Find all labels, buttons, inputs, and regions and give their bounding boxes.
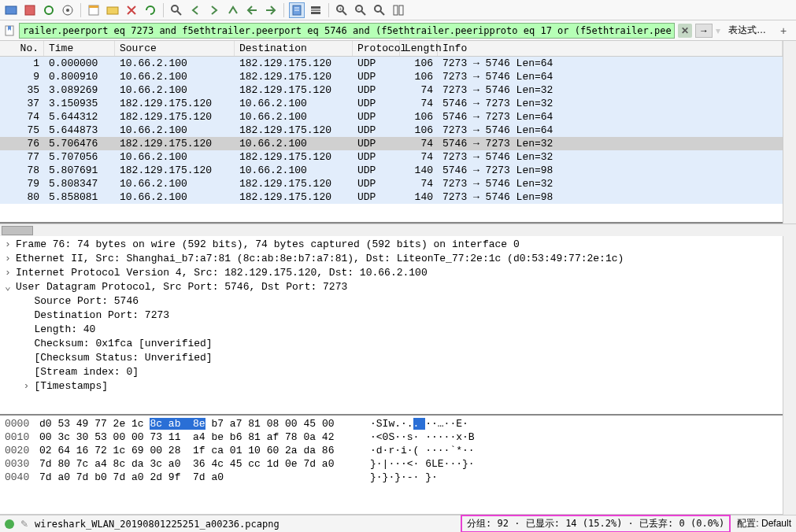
- tree-item[interactable]: ›Frame 76: 74 bytes on wire (592 bits), …: [0, 238, 783, 252]
- packet-list-pane[interactable]: No. Time Source Destination Protocol Len…: [0, 41, 783, 224]
- hex-row[interactable]: 00307d 80 7c a4 8c da 3c a0 36 4c 45 cc …: [0, 457, 783, 471]
- svg-point-2: [45, 6, 53, 14]
- tb-zoomin-icon[interactable]: +: [334, 2, 350, 18]
- packet-stats: 分组: 92 · 已显示: 14 (15.2%) · 已丢弃: 0 (0.0%): [461, 515, 731, 532]
- table-row[interactable]: 795.80834710.66.2.100182.129.175.120UDP7…: [0, 177, 783, 190]
- tb-open-icon[interactable]: [3, 2, 19, 18]
- tb-next-icon[interactable]: [206, 2, 222, 18]
- tb-stop-icon[interactable]: [22, 2, 38, 18]
- tb-zoomout-icon[interactable]: -: [353, 2, 368, 18]
- col-time[interactable]: Time: [44, 41, 115, 56]
- packet-bytes-pane[interactable]: 0000d0 53 49 77 2e 1c 8c ab 8e b7 a7 81 …: [0, 416, 783, 515]
- tree-item[interactable]: Length: 40: [0, 323, 783, 337]
- svg-rect-25: [399, 6, 403, 15]
- tb-zoom100-icon[interactable]: [372, 2, 387, 18]
- details-scrollbar[interactable]: [783, 236, 796, 416]
- tb-find-icon[interactable]: [168, 2, 184, 18]
- tree-item[interactable]: ›[Timestamps]: [0, 379, 783, 393]
- tree-item[interactable]: [Checksum Status: Unverified]: [0, 351, 783, 365]
- svg-line-17: [342, 11, 346, 15]
- svg-rect-7: [107, 7, 118, 14]
- packet-list-scrollbar[interactable]: [783, 41, 796, 224]
- col-proto[interactable]: Protocol: [353, 41, 400, 56]
- tb-reload-icon[interactable]: [143, 2, 158, 18]
- col-src[interactable]: Source: [115, 41, 235, 56]
- expression-button[interactable]: 表达式…: [724, 22, 771, 39]
- table-row[interactable]: 785.807691182.129.175.12010.66.2.100UDP1…: [0, 164, 783, 177]
- svg-line-20: [361, 11, 365, 15]
- col-info[interactable]: Info: [438, 41, 783, 56]
- tb-folder-icon[interactable]: [105, 2, 120, 18]
- filter-apply-icon[interactable]: →: [695, 24, 713, 38]
- table-row[interactable]: 765.706476182.129.175.12010.66.2.100UDP7…: [0, 137, 783, 150]
- tb-goto-icon[interactable]: [225, 2, 241, 18]
- svg-point-8: [172, 6, 178, 12]
- col-no[interactable]: No.: [0, 41, 44, 56]
- bookmark-icon[interactable]: [3, 24, 16, 37]
- tb-prev-icon[interactable]: [187, 2, 203, 18]
- packet-list-header: No. Time Source Destination Protocol Len…: [0, 41, 783, 57]
- filter-bar: ✕ → ▾ 表达式… +: [0, 20, 796, 41]
- main-toolbar: + -: [0, 0, 796, 20]
- svg-rect-6: [89, 6, 98, 8]
- table-row[interactable]: 353.08926910.66.2.100182.129.175.120UDP7…: [0, 83, 783, 97]
- tb-resize-icon[interactable]: [391, 2, 406, 18]
- svg-text:+: +: [339, 6, 342, 13]
- tb-restart-icon[interactable]: [41, 2, 57, 18]
- hex-row[interactable]: 001000 3c 30 53 00 00 73 11 a4 be b6 81 …: [0, 430, 783, 444]
- col-dst[interactable]: Destination: [235, 41, 353, 56]
- tb-autoscroll-icon[interactable]: [289, 2, 305, 18]
- hex-row[interactable]: 002002 64 16 72 1c 69 00 28 1f ca 01 10 …: [0, 444, 783, 457]
- edit-icon[interactable]: ✎: [20, 519, 28, 530]
- table-row[interactable]: 373.150935182.129.175.12010.66.2.100UDP7…: [0, 97, 783, 110]
- status-bar: ✎ wireshark_WLAN_20190801225251_a00236.p…: [0, 515, 796, 532]
- table-row[interactable]: 805.85808110.66.2.100182.129.175.120UDP1…: [0, 190, 783, 204]
- tree-item[interactable]: ›Ethernet II, Src: Shanghai_b7:a7:81 (8c…: [0, 252, 783, 266]
- tb-close-icon[interactable]: [124, 2, 139, 18]
- svg-line-23: [380, 11, 384, 15]
- svg-line-9: [177, 11, 181, 15]
- display-filter-input[interactable]: [19, 23, 675, 39]
- tb-first-icon[interactable]: [244, 2, 260, 18]
- hex-row[interactable]: 00407d a0 7d b0 7d a0 2d 9f 7d a0}·}·}·-…: [0, 471, 783, 484]
- svg-text:-: -: [357, 5, 360, 12]
- filter-clear-icon[interactable]: ✕: [678, 24, 692, 38]
- expert-info-icon[interactable]: [5, 519, 14, 529]
- packet-details-pane[interactable]: ›Frame 76: 74 bytes on wire (592 bits), …: [0, 236, 783, 416]
- tree-item[interactable]: Destination Port: 7273: [0, 308, 783, 323]
- capture-file-label: wireshark_WLAN_20190801225251_a00236.pca…: [35, 519, 280, 530]
- profile-label[interactable]: 配置: Default: [737, 517, 791, 530]
- tree-item[interactable]: Checksum: 0x1fca [unverified]: [0, 337, 783, 351]
- col-len[interactable]: Length: [400, 41, 438, 56]
- tree-item[interactable]: ⌄User Datagram Protocol, Src Port: 5746,…: [0, 280, 783, 294]
- svg-rect-0: [6, 6, 17, 14]
- tb-save-icon[interactable]: [86, 2, 102, 18]
- tb-options-icon[interactable]: [60, 2, 76, 18]
- svg-rect-1: [25, 6, 35, 15]
- filter-add-button[interactable]: +: [774, 24, 793, 37]
- svg-rect-13: [311, 6, 320, 9]
- svg-rect-14: [311, 9, 320, 11]
- table-row[interactable]: 90.80091010.66.2.100182.129.175.120UDP10…: [0, 70, 783, 83]
- tb-colorize-icon[interactable]: [308, 2, 324, 18]
- svg-rect-15: [311, 12, 320, 14]
- svg-point-22: [375, 6, 381, 12]
- hex-scrollbar[interactable]: [783, 416, 796, 515]
- svg-rect-24: [394, 6, 398, 15]
- table-row[interactable]: 745.644312182.129.175.12010.66.2.100UDP1…: [0, 110, 783, 124]
- tree-item[interactable]: [Stream index: 0]: [0, 365, 783, 379]
- tree-item[interactable]: Source Port: 5746: [0, 294, 783, 308]
- tb-last-icon[interactable]: [263, 2, 279, 18]
- table-row[interactable]: 755.64487310.66.2.100182.129.175.120UDP1…: [0, 124, 783, 137]
- tree-item[interactable]: ›Internet Protocol Version 4, Src: 182.1…: [0, 266, 783, 280]
- table-row[interactable]: 775.70705610.66.2.100182.129.175.120UDP7…: [0, 150, 783, 164]
- packet-list-hscroll[interactable]: [0, 224, 796, 236]
- hex-row[interactable]: 0000d0 53 49 77 2e 1c 8c ab 8e b7 a7 81 …: [0, 417, 783, 430]
- svg-point-4: [66, 9, 69, 12]
- table-row[interactable]: 10.00000010.66.2.100182.129.175.120UDP10…: [0, 57, 783, 70]
